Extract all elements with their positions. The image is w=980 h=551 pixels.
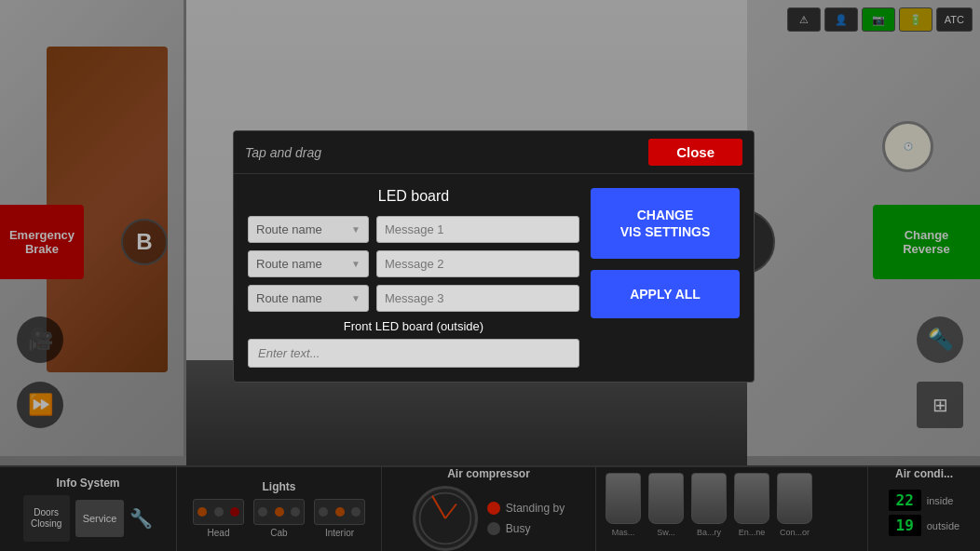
close-button[interactable]: Close: [648, 139, 742, 166]
message-input-1[interactable]: [376, 216, 579, 243]
route-select-1-label: Route name: [256, 222, 322, 236]
route-row-2: Route name ▼: [248, 250, 579, 277]
chevron-down-icon-2: ▼: [351, 259, 361, 269]
modal-body: LED board Route name ▼ Route name ▼: [234, 174, 754, 382]
route-select-2-label: Route name: [256, 257, 322, 271]
route-select-3-label: Route name: [256, 291, 322, 305]
modal-left-panel: LED board Route name ▼ Route name ▼: [248, 188, 579, 368]
change-vis-settings-button[interactable]: CHANGEVIS SETTINGS: [591, 188, 740, 259]
modal-title: LED board: [248, 188, 579, 205]
chevron-down-icon-1: ▼: [351, 224, 361, 235]
modal-right-panel: CHANGEVIS SETTINGS APPLY ALL: [591, 188, 740, 368]
route-select-2[interactable]: Route name ▼: [248, 250, 369, 277]
led-board-modal: Tap and drag Close LED board Route name …: [233, 130, 755, 383]
front-led-input[interactable]: [248, 339, 579, 368]
front-led-label: Front LED board (outside): [248, 319, 579, 333]
modal-header: Tap and drag Close: [234, 131, 754, 174]
change-vis-label: CHANGEVIS SETTINGS: [620, 208, 710, 239]
apply-all-label: APPLY ALL: [630, 287, 701, 302]
message-input-2[interactable]: [376, 250, 579, 277]
route-select-1[interactable]: Route name ▼: [248, 216, 369, 243]
route-row-3: Route name ▼: [248, 285, 579, 312]
message-input-3[interactable]: [376, 285, 579, 312]
route-select-3[interactable]: Route name ▼: [248, 285, 369, 312]
apply-all-button[interactable]: APPLY ALL: [591, 270, 740, 318]
chevron-down-icon-3: ▼: [351, 293, 361, 303]
route-row-1: Route name ▼: [248, 216, 579, 243]
tap-drag-label: Tap and drag: [245, 145, 321, 160]
